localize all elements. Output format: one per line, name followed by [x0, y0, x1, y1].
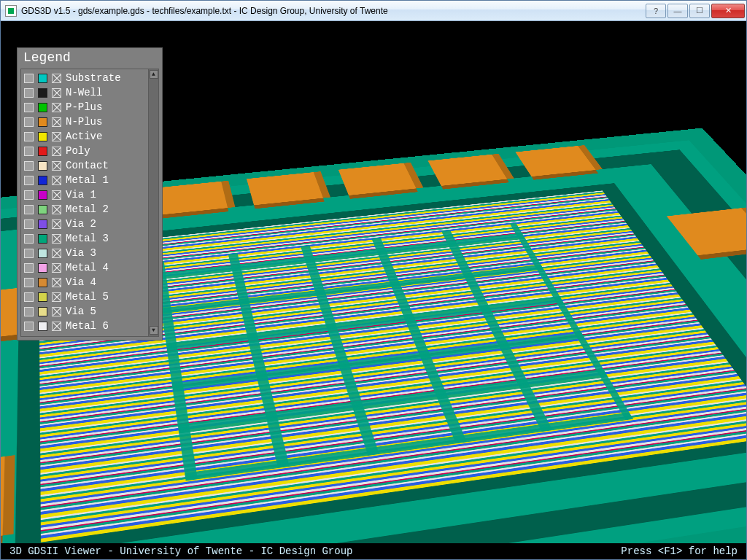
select-box[interactable] — [24, 307, 34, 316]
legend-row[interactable]: Metal 6 — [24, 319, 145, 333]
visibility-checkbox[interactable] — [52, 307, 61, 316]
select-box[interactable] — [24, 117, 34, 127]
app-window: GDS3D v1.5 - gds/example.gds - techfiles… — [0, 0, 747, 560]
layer-label: N-Plus — [66, 116, 102, 128]
legend-row[interactable]: N-Plus — [24, 114, 145, 129]
legend-row[interactable]: Metal 5 — [24, 289, 145, 304]
color-swatch — [38, 117, 47, 127]
titlebar[interactable]: GDS3D v1.5 - gds/example.gds - techfiles… — [1, 1, 746, 21]
color-swatch — [38, 322, 47, 331]
visibility-checkbox[interactable] — [52, 278, 61, 287]
select-box[interactable] — [24, 249, 34, 258]
layer-label: Metal 5 — [66, 291, 109, 303]
legend-row[interactable]: Via 5 — [24, 304, 145, 319]
visibility-checkbox[interactable] — [52, 190, 61, 200]
legend-row[interactable]: Metal 1 — [24, 173, 145, 187]
color-swatch — [38, 234, 47, 244]
visibility-checkbox[interactable] — [52, 132, 61, 141]
app-icon — [5, 5, 17, 17]
select-box[interactable] — [24, 278, 34, 287]
legend-row[interactable]: Via 2 — [24, 217, 145, 231]
help-button[interactable]: ? — [646, 4, 666, 18]
select-box[interactable] — [24, 161, 34, 171]
window-controls: ? — ☐ ✕ — [644, 4, 745, 18]
legend-title: Legend — [18, 48, 162, 69]
layer-label: Metal 2 — [66, 203, 109, 215]
layer-label: Contact — [66, 160, 109, 171]
legend-row[interactable]: Via 3 — [24, 246, 145, 260]
visibility-checkbox[interactable] — [52, 205, 61, 214]
layer-label: Via 5 — [66, 306, 96, 317]
maximize-button[interactable]: ☐ — [689, 4, 710, 18]
select-box[interactable] — [24, 176, 34, 185]
color-swatch — [38, 190, 47, 200]
color-swatch — [38, 249, 47, 258]
legend-row[interactable]: Metal 4 — [24, 260, 145, 275]
visibility-checkbox[interactable] — [52, 292, 61, 302]
color-swatch — [38, 205, 47, 214]
legend-panel[interactable]: Legend SubstrateN-WellP-PlusN-PlusActive… — [17, 47, 163, 341]
select-box[interactable] — [24, 74, 34, 83]
visibility-checkbox[interactable] — [52, 88, 61, 98]
legend-row[interactable]: Via 1 — [24, 187, 145, 202]
visibility-checkbox[interactable] — [52, 263, 61, 273]
status-left: 3D GDSII Viewer - University of Twente -… — [9, 545, 352, 557]
visibility-checkbox[interactable] — [52, 176, 61, 185]
visibility-checkbox[interactable] — [52, 219, 61, 229]
color-swatch — [38, 74, 47, 83]
select-box[interactable] — [24, 190, 34, 200]
layer-label: Via 4 — [66, 276, 96, 288]
select-box[interactable] — [24, 219, 34, 229]
layer-label: Via 2 — [66, 218, 96, 230]
layer-label: Active — [66, 131, 102, 142]
visibility-checkbox[interactable] — [52, 74, 61, 83]
color-swatch — [38, 161, 47, 171]
color-swatch — [38, 263, 47, 273]
visibility-checkbox[interactable] — [52, 234, 61, 244]
statusbar: 3D GDSII Viewer - University of Twente -… — [1, 543, 746, 559]
legend-body: SubstrateN-WellP-PlusN-PlusActivePolyCon… — [20, 69, 159, 337]
select-box[interactable] — [24, 147, 34, 156]
select-box[interactable] — [24, 132, 34, 141]
layer-label: Metal 6 — [66, 320, 109, 332]
layer-label: Metal 4 — [66, 262, 109, 273]
visibility-checkbox[interactable] — [52, 322, 61, 331]
visibility-checkbox[interactable] — [52, 147, 61, 156]
visibility-checkbox[interactable] — [52, 117, 61, 127]
window-title: GDS3D v1.5 - gds/example.gds - techfiles… — [21, 6, 644, 16]
color-swatch — [38, 219, 47, 229]
close-button[interactable]: ✕ — [711, 4, 745, 18]
legend-row[interactable]: N-Well — [24, 85, 145, 100]
visibility-checkbox[interactable] — [52, 103, 61, 112]
select-box[interactable] — [24, 322, 34, 331]
scroll-up-icon[interactable]: ▲ — [150, 70, 158, 79]
select-box[interactable] — [24, 263, 34, 273]
legend-row[interactable]: Poly — [24, 144, 145, 158]
visibility-checkbox[interactable] — [52, 161, 61, 171]
select-box[interactable] — [24, 88, 34, 98]
legend-row[interactable]: Metal 3 — [24, 231, 145, 246]
legend-row[interactable]: P-Plus — [24, 100, 145, 114]
select-box[interactable] — [24, 205, 34, 214]
select-box[interactable] — [24, 234, 34, 244]
select-box[interactable] — [24, 292, 34, 302]
layer-label: Substrate — [66, 72, 121, 84]
legend-row[interactable]: Via 4 — [24, 275, 145, 289]
legend-row[interactable]: Metal 2 — [24, 202, 145, 217]
color-swatch — [38, 147, 47, 156]
select-box[interactable] — [24, 103, 34, 112]
color-swatch — [38, 292, 47, 302]
viewport-3d[interactable]: Legend SubstrateN-WellP-PlusN-PlusActive… — [1, 21, 746, 559]
scroll-down-icon[interactable]: ▼ — [150, 326, 158, 335]
legend-list: SubstrateN-WellP-PlusN-PlusActivePolyCon… — [21, 69, 148, 336]
layer-label: P-Plus — [66, 101, 102, 113]
color-swatch — [38, 307, 47, 316]
legend-scrollbar[interactable]: ▲ ▼ — [148, 69, 158, 336]
minimize-button[interactable]: — — [667, 4, 688, 18]
layer-label: Metal 1 — [66, 174, 109, 186]
legend-row[interactable]: Contact — [24, 158, 145, 173]
visibility-checkbox[interactable] — [52, 249, 61, 258]
legend-row[interactable]: Active — [24, 129, 145, 144]
legend-row[interactable]: Substrate — [24, 71, 145, 85]
color-swatch — [38, 88, 47, 98]
